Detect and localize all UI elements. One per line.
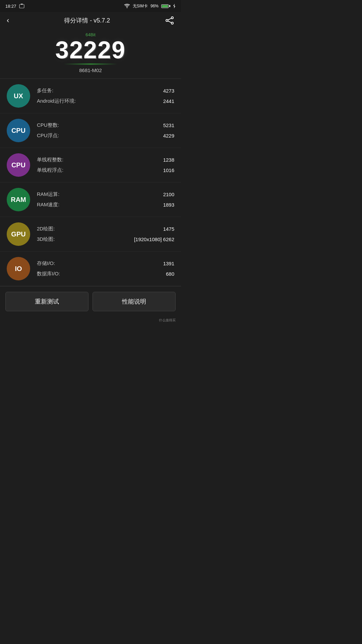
- stat-item-1-1: CPU浮点:4229: [37, 130, 174, 141]
- stat-label-4-1: 3D绘图:: [37, 236, 55, 243]
- stat-icon-3: RAM: [7, 188, 30, 211]
- stat-row-1: CPUCPU整数:5231CPU浮点:4229: [0, 113, 181, 148]
- status-left: 18:27: [5, 4, 24, 9]
- stat-label-2-1: 单线程浮点:: [37, 167, 63, 173]
- stat-icon-0: UX: [7, 84, 30, 108]
- stat-row-3: RAMRAM运算:2100RAM速度:1893: [0, 182, 181, 217]
- stat-details-0: 多任务:4273Android运行环境:2441: [37, 86, 174, 106]
- stat-icon-2: CPU: [7, 153, 30, 177]
- stat-label-3-1: RAM速度:: [37, 202, 60, 208]
- stat-value-0-1: 2441: [163, 98, 174, 104]
- stat-item-5-1: 数据库I/O:680: [37, 269, 174, 279]
- score-value: 32229: [7, 38, 174, 62]
- stat-value-5-0: 1391: [163, 261, 174, 266]
- stat-value-2-1: 1016: [163, 167, 174, 173]
- bottom-buttons: 重新测试 性能说明: [0, 286, 181, 317]
- stat-label-3-0: RAM运算:: [37, 191, 60, 198]
- stat-row-2: CPU单线程整数:1238单线程浮点:1016: [0, 148, 181, 182]
- stat-details-1: CPU整数:5231CPU浮点:4229: [37, 120, 174, 141]
- stats-container: UX多任务:4273Android运行环境:2441CPUCPU整数:5231C…: [0, 79, 181, 286]
- stat-value-3-1: 1893: [163, 202, 174, 208]
- stat-icon-5: IO: [7, 257, 30, 280]
- screenshot-icon: [19, 4, 24, 8]
- stat-details-4: 2D绘图:14753D绘图:[644x362] 6262: [37, 224, 174, 245]
- stat-label-5-1: 数据库I/O:: [37, 271, 60, 277]
- time-label: 18:27: [5, 4, 16, 9]
- stat-details-2: 单线程整数:1238单线程浮点:1016: [37, 155, 174, 175]
- stat-details-5: 存储I/O:1391数据库I/O:680: [37, 258, 174, 279]
- stat-item-0-0: 多任务:4273: [37, 86, 174, 96]
- stat-item-2-1: 单线程浮点:1016: [37, 165, 174, 175]
- header: ‹ 得分详情 - v5.7.2: [0, 12, 181, 29]
- stat-icon-1: CPU: [7, 119, 30, 142]
- stat-item-0-1: Android运行环境:2441: [37, 96, 174, 106]
- stat-row-4: GPU2D绘图:14753D绘图:[644x362] 6262: [0, 217, 181, 252]
- svg-point-4: [166, 19, 168, 21]
- performance-button[interactable]: 性能说明: [93, 292, 176, 311]
- footer-credit: 什么值得买: [0, 317, 181, 325]
- header-title: 得分详情 - v5.7.2: [64, 16, 110, 24]
- stat-icon-4: GPU: [7, 222, 30, 246]
- stat-value-4-0: 1475: [163, 226, 174, 232]
- stat-value-1-0: 5231: [163, 122, 174, 128]
- stat-label-1-0: CPU整数:: [37, 122, 59, 128]
- stat-value-5-1: 680: [166, 271, 174, 277]
- stat-value-2-0: 1238: [163, 157, 174, 163]
- svg-point-3: [171, 17, 173, 19]
- svg-point-5: [171, 22, 173, 24]
- svg-rect-1: [21, 4, 23, 5]
- stat-row-5: IO存储I/O:1391数据库I/O:680: [0, 252, 181, 286]
- stat-label-1-1: CPU浮点:: [37, 132, 59, 139]
- status-bar: 18:27 无SIM卡 96%: [0, 0, 181, 12]
- stat-label-5-0: 存储I/O:: [37, 260, 55, 267]
- svg-point-2: [126, 7, 127, 8]
- stat-row-0: UX多任务:4273Android运行环境:2441: [0, 79, 181, 113]
- stat-item-2-0: 单线程整数:1238: [37, 155, 174, 165]
- stat-label-4-0: 2D绘图:: [37, 226, 55, 232]
- score-device-id: 8681-M02: [7, 67, 174, 73]
- stat-item-3-0: RAM运算:2100: [37, 189, 174, 200]
- stat-details-3: RAM运算:2100RAM速度:1893: [37, 189, 174, 210]
- stat-label-2-0: 单线程整数:: [37, 157, 63, 163]
- sim-label: 无SIM卡: [133, 3, 148, 9]
- back-button[interactable]: ‹: [7, 16, 9, 25]
- stat-item-3-1: RAM速度:1893: [37, 200, 174, 210]
- svg-line-7: [168, 21, 171, 23]
- stat-value-0-0: 4273: [163, 88, 174, 94]
- wifi-icon: [124, 4, 130, 8]
- score-section: 64Bit 32229 8681-M02: [0, 29, 181, 78]
- stat-value-3-0: 2100: [163, 192, 174, 197]
- battery-percent: 96%: [150, 4, 159, 8]
- stat-item-5-0: 存储I/O:1391: [37, 258, 174, 269]
- status-right: 无SIM卡 96%: [124, 3, 176, 9]
- stat-value-4-1: [644x362] 6262: [134, 236, 174, 242]
- svg-rect-0: [19, 4, 24, 8]
- stat-label-0-0: 多任务:: [37, 88, 53, 94]
- retest-button[interactable]: 重新测试: [5, 292, 88, 311]
- stat-label-0-1: Android运行环境:: [37, 98, 76, 104]
- stat-item-4-0: 2D绘图:1475: [37, 224, 174, 234]
- score-underline: [64, 63, 117, 65]
- share-button[interactable]: [165, 16, 174, 24]
- battery-icon: [161, 4, 170, 8]
- stat-item-4-1: 3D绘图:[644x362] 6262: [37, 234, 174, 245]
- charging-icon: [173, 4, 176, 8]
- stat-value-1-1: 4229: [163, 133, 174, 139]
- stat-item-1-0: CPU整数:5231: [37, 120, 174, 130]
- svg-line-6: [168, 18, 171, 20]
